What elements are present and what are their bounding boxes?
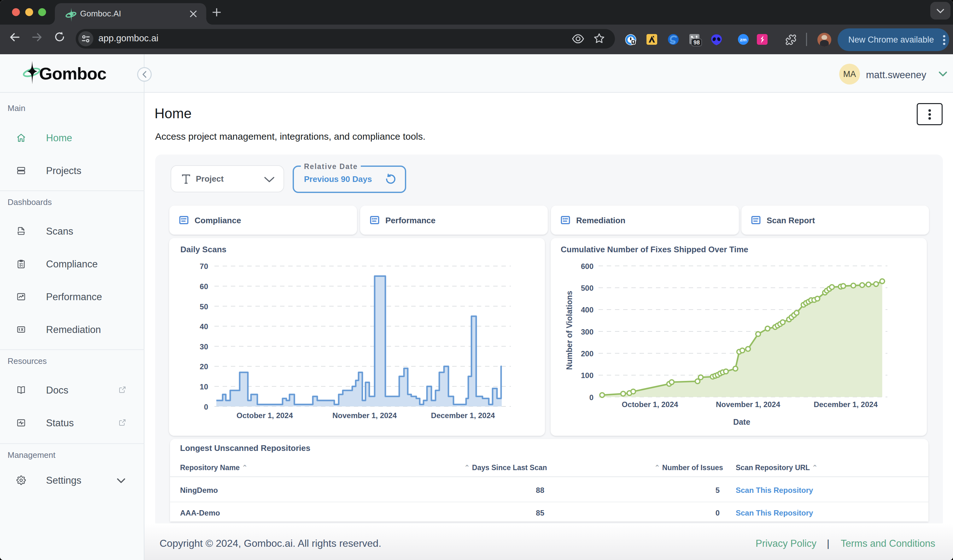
svg-text:Number of Violations: Number of Violations (565, 291, 574, 370)
svg-text:0: 0 (590, 393, 593, 402)
svg-text:10: 10 (200, 383, 208, 391)
svg-text:Date: Date (733, 417, 750, 426)
svg-text:300: 300 (581, 327, 593, 336)
svg-text:20: 20 (200, 362, 208, 371)
svg-text:200: 200 (581, 349, 593, 358)
svg-text:November 1, 2024: November 1, 2024 (716, 400, 781, 409)
svg-text:600: 600 (581, 262, 593, 270)
svg-text:50: 50 (200, 302, 208, 311)
svg-text:500: 500 (581, 284, 593, 292)
svg-text:40: 40 (200, 322, 208, 331)
svg-text:December 1, 2024: December 1, 2024 (813, 400, 878, 409)
svg-text:November 1, 2024: November 1, 2024 (332, 411, 397, 420)
svg-text:0: 0 (204, 403, 208, 411)
svg-text:December 1, 2024: December 1, 2024 (431, 411, 495, 420)
svg-text:60: 60 (200, 282, 208, 291)
svg-text:October 1, 2024: October 1, 2024 (622, 400, 678, 409)
svg-text:100: 100 (581, 371, 593, 380)
svg-text:October 1, 2024: October 1, 2024 (236, 411, 293, 420)
svg-text:400: 400 (581, 306, 593, 314)
svg-text:30: 30 (200, 343, 208, 351)
svg-text:70: 70 (200, 262, 208, 270)
